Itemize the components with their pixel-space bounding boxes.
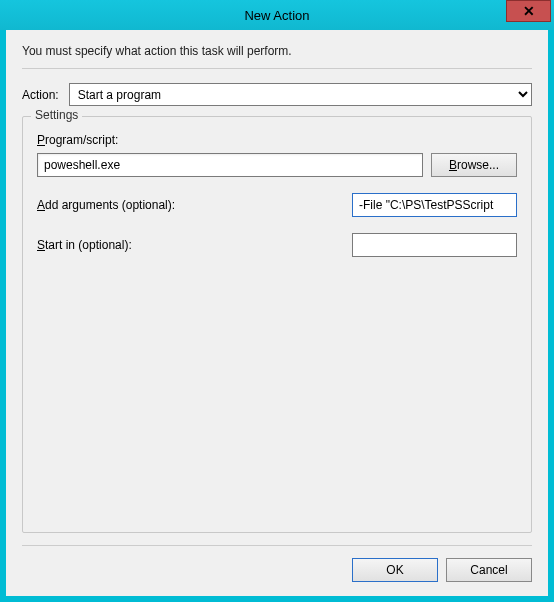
settings-legend: Settings	[31, 108, 82, 122]
arguments-row: Add arguments (optional):	[37, 193, 517, 217]
arguments-input[interactable]	[352, 193, 517, 217]
window-title: New Action	[0, 8, 554, 23]
program-row: Browse...	[37, 153, 517, 177]
arguments-label: Add arguments (optional):	[37, 198, 175, 212]
startin-row: Start in (optional):	[37, 233, 517, 257]
new-action-dialog: New Action ✕ You must specify what actio…	[0, 0, 554, 602]
settings-fieldset: Settings Program/script: Browse... Add a…	[22, 116, 532, 533]
dialog-content: You must specify what action this task w…	[6, 30, 548, 596]
divider	[22, 68, 532, 69]
action-label: Action:	[22, 88, 59, 102]
ok-button[interactable]: OK	[352, 558, 438, 582]
action-row: Action: Start a program	[22, 83, 532, 106]
startin-input[interactable]	[352, 233, 517, 257]
startin-label: Start in (optional):	[37, 238, 132, 252]
program-input[interactable]	[37, 153, 423, 177]
action-select[interactable]: Start a program	[69, 83, 532, 106]
program-label: Program/script:	[37, 133, 517, 147]
cancel-button[interactable]: Cancel	[446, 558, 532, 582]
close-button[interactable]: ✕	[506, 0, 551, 22]
browse-button[interactable]: Browse...	[431, 153, 517, 177]
dialog-buttons: OK Cancel	[22, 545, 532, 582]
titlebar: New Action ✕	[0, 0, 554, 30]
close-icon: ✕	[523, 3, 535, 19]
instruction-text: You must specify what action this task w…	[22, 44, 532, 58]
